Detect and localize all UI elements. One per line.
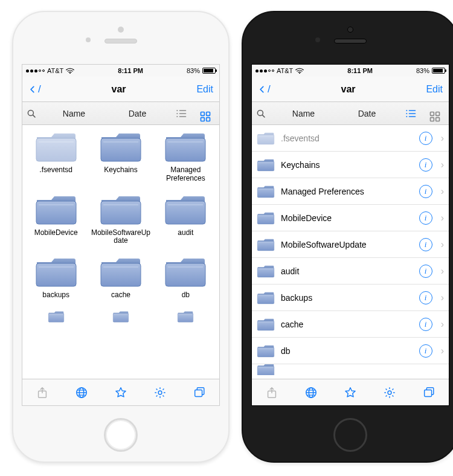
row-label: MobileDevice	[281, 213, 413, 223]
row-keychains[interactable]: Keychainsi›	[252, 152, 449, 178]
info-button[interactable]: i	[419, 158, 432, 172]
info-button[interactable]: i	[419, 265, 432, 278]
folder-backups[interactable]: backups	[25, 256, 87, 300]
back-button[interactable]: /	[258, 83, 271, 95]
row-cache[interactable]: cachei›	[252, 311, 449, 338]
star-icon	[344, 386, 357, 399]
sort-date-button[interactable]: Date	[337, 106, 397, 121]
row-mobiledevice[interactable]: MobileDevicei›	[252, 205, 449, 231]
folder-icon	[257, 344, 275, 358]
share-icon	[265, 386, 278, 399]
info-button[interactable]: i	[419, 238, 432, 251]
edit-button[interactable]: Edit	[426, 84, 443, 95]
folder-label: Keychains	[104, 166, 137, 175]
grid-view-button[interactable]	[195, 106, 216, 121]
folder-partial[interactable]	[89, 310, 152, 323]
info-button[interactable]: i	[419, 291, 432, 304]
folder-mobiledevice[interactable]: MobileDevice	[25, 194, 87, 246]
windows-tab[interactable]	[416, 386, 442, 399]
folder-icon	[164, 256, 207, 288]
windows-tab[interactable]	[186, 386, 213, 399]
row-audit[interactable]: auditi›	[252, 258, 449, 285]
settings-tab[interactable]	[376, 386, 403, 399]
phone-frame-black: AT&T 8:11 PM 83% / var Edit	[242, 11, 453, 463]
gear-icon	[383, 386, 396, 399]
signal-dots-icon	[255, 69, 274, 72]
search-button[interactable]	[26, 108, 40, 119]
sort-name-button[interactable]: Name	[274, 106, 333, 121]
chevron-right-icon: ›	[439, 133, 444, 144]
front-camera	[118, 27, 124, 33]
battery-icon	[202, 68, 216, 74]
search-button[interactable]	[255, 108, 270, 119]
folder-db[interactable]: db	[155, 256, 217, 300]
row-mobilesoftwareupdate[interactable]: MobileSoftwareUpdatei›	[252, 231, 449, 258]
back-button[interactable]: /	[28, 83, 41, 95]
row-db[interactable]: dbi›	[252, 338, 449, 364]
home-button[interactable]	[104, 418, 138, 452]
row-partial[interactable]	[252, 364, 449, 375]
folder-icon	[257, 317, 275, 332]
bottom-tab-bar	[22, 379, 219, 405]
edit-button[interactable]: Edit	[196, 84, 213, 95]
list-view-button[interactable]	[400, 106, 421, 121]
chevron-right-icon: ›	[439, 319, 444, 330]
info-button[interactable]: i	[419, 185, 432, 198]
grid-view-button[interactable]	[425, 106, 445, 121]
folder-mobilesoftwareupdate[interactable]: MobileSoftwareUpdate	[89, 194, 152, 246]
favorites-tab[interactable]	[108, 386, 134, 399]
list-view-button[interactable]	[171, 106, 191, 121]
chevron-right-icon: ›	[439, 239, 444, 250]
search-icon	[26, 108, 37, 119]
grid-icon	[429, 111, 441, 123]
folder-partial[interactable]	[155, 310, 217, 323]
phone-frame-white: AT&T 8:11 PM 83% / var Edit	[12, 11, 230, 463]
info-button[interactable]: i	[419, 211, 432, 225]
folder-partial[interactable]	[25, 310, 87, 323]
folder-cache[interactable]: cache	[89, 256, 152, 300]
proximity-sensor	[315, 37, 320, 42]
file-grid[interactable]: .fseventsdKeychainsManaged PreferencesMo…	[22, 125, 219, 379]
gear-icon	[153, 386, 167, 399]
folder-icon	[99, 256, 143, 288]
folder-icon	[99, 310, 143, 323]
favorites-tab[interactable]	[337, 386, 364, 399]
row-backups[interactable]: backupsi›	[252, 285, 449, 311]
info-button[interactable]: i	[419, 318, 432, 331]
sort-name-button[interactable]: Name	[44, 106, 104, 121]
settings-tab[interactable]	[147, 386, 173, 399]
folder-managed-preferences[interactable]: Managed Preferences	[155, 131, 217, 183]
folder-icon	[257, 264, 275, 278]
row-managed-preferences[interactable]: Managed Preferencesi›	[252, 178, 449, 205]
battery-icon	[432, 68, 445, 74]
folder-icon	[257, 291, 275, 305]
file-list[interactable]: .fseventsdi›Keychainsi›Managed Preferenc…	[252, 125, 449, 379]
share-tab[interactable]	[259, 386, 285, 399]
home-button[interactable]	[333, 418, 367, 452]
folder-audit[interactable]: audit	[155, 194, 217, 246]
chevron-left-icon	[258, 83, 266, 95]
folder--fseventsd[interactable]: .fseventsd	[25, 131, 87, 183]
nav-bar: / var Edit	[22, 77, 219, 102]
row--fseventsd[interactable]: .fseventsdi›	[252, 125, 449, 152]
list-icon	[175, 108, 187, 120]
info-button[interactable]: i	[419, 344, 432, 358]
folder-icon	[99, 194, 143, 225]
share-tab[interactable]	[29, 386, 56, 399]
earpiece-speaker	[334, 39, 367, 43]
sort-date-button[interactable]: Date	[108, 106, 167, 121]
carrier-label: AT&T	[277, 67, 293, 74]
row-label: .fseventsd	[281, 133, 413, 143]
folder-icon	[257, 211, 275, 225]
info-button[interactable]: i	[419, 132, 432, 145]
folder-keychains[interactable]: Keychains	[89, 131, 152, 183]
web-tab[interactable]	[298, 386, 324, 399]
clock-label: 8:11 PM	[347, 67, 373, 74]
web-tab[interactable]	[68, 386, 95, 399]
clock-label: 8:11 PM	[118, 67, 143, 74]
chevron-right-icon: ›	[439, 213, 444, 224]
earpiece-speaker	[104, 39, 137, 43]
windows-icon	[193, 386, 206, 399]
nav-title: var	[341, 84, 356, 95]
status-bar: AT&T 8:11 PM 83%	[252, 65, 449, 77]
